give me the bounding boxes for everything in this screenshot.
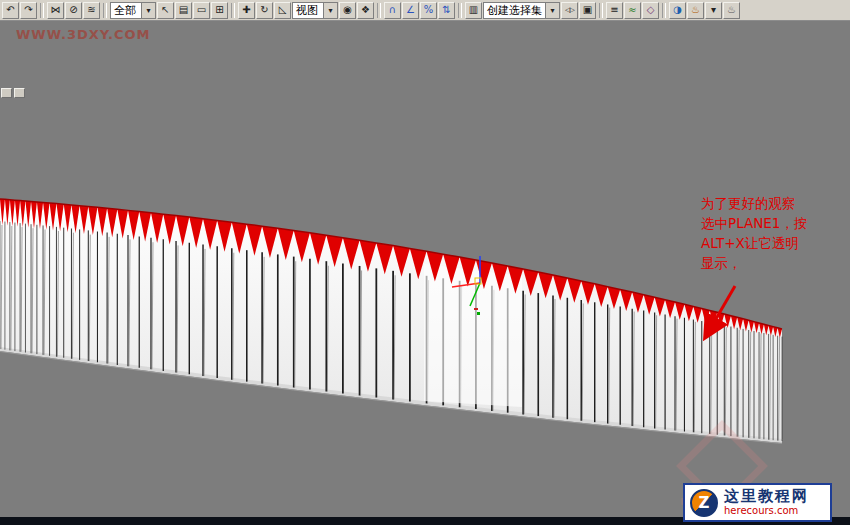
use-pivot-center-button[interactable]: ◉ bbox=[339, 2, 356, 19]
toolbar-separator bbox=[103, 3, 107, 18]
render-setup-button-icon: ♨ bbox=[691, 5, 700, 15]
select-and-manipulate-button-icon: ❖ bbox=[361, 5, 370, 15]
spinner-snap-button[interactable]: ⇅ bbox=[438, 2, 455, 19]
site-logo-text: 这里教程网 herecours.com bbox=[724, 488, 809, 517]
select-by-name-button-icon: ▤ bbox=[179, 5, 188, 15]
percent-snap-button-icon: % bbox=[424, 5, 434, 15]
reference-coordinate-combo[interactable]: 视图▾ bbox=[292, 2, 338, 19]
bind-to-space-warp-button-icon: ≋ bbox=[87, 5, 95, 15]
select-object-button-icon: ↖ bbox=[161, 5, 169, 15]
layer-manager-button[interactable]: ≡ bbox=[606, 2, 623, 19]
snap-toggle-3d-button-icon: ∩ bbox=[389, 5, 396, 15]
selection-filter-combo[interactable]: 全部▾ bbox=[110, 2, 156, 19]
site-logo-monogram: Z bbox=[699, 494, 710, 512]
angle-snap-button-icon: ∠ bbox=[406, 5, 415, 15]
site-name: 这里教程网 bbox=[724, 488, 809, 505]
undo-button-icon: ↶ bbox=[6, 5, 14, 15]
window-crossing-button[interactable]: ⊞ bbox=[211, 2, 228, 19]
select-object-button[interactable]: ↖ bbox=[157, 2, 174, 19]
render-type-button[interactable]: ▾ bbox=[705, 2, 722, 19]
toolbar-separator bbox=[599, 3, 603, 18]
toolbar-separator bbox=[458, 3, 462, 18]
rect-selection-region-button[interactable]: ▭ bbox=[193, 2, 210, 19]
toolbar-separator bbox=[231, 3, 235, 18]
snap-toggle-3d-button[interactable]: ∩ bbox=[384, 2, 401, 19]
align-button[interactable]: ▣ bbox=[579, 2, 596, 19]
edit-named-selection-button-icon: ▥ bbox=[469, 5, 478, 15]
docked-panel-handle[interactable] bbox=[1, 88, 25, 98]
use-pivot-center-button-icon: ◉ bbox=[343, 5, 352, 15]
select-and-rotate-button-icon: ↻ bbox=[260, 5, 268, 15]
material-editor-button[interactable]: ◑ bbox=[669, 2, 686, 19]
named-selection-combo[interactable]: 创建选择集▾ bbox=[483, 2, 560, 19]
site-url: herecours.com bbox=[724, 505, 809, 517]
redo-button-icon: ↷ bbox=[24, 5, 32, 15]
layer-manager-button-icon: ≡ bbox=[610, 5, 618, 15]
dropdown-arrow-icon[interactable]: ▾ bbox=[545, 3, 559, 18]
render-type-button-icon: ▾ bbox=[711, 5, 716, 15]
material-editor-button-icon: ◑ bbox=[673, 5, 682, 15]
window-crossing-button-icon: ⊞ bbox=[215, 5, 223, 15]
rect-selection-region-button-icon: ▭ bbox=[197, 5, 206, 15]
panel-handle-icon bbox=[14, 88, 25, 98]
select-and-manipulate-button[interactable]: ❖ bbox=[357, 2, 374, 19]
tutorial-annotation-text: 为了更好的观察 选中PLANE1，按 ALT+X让它透明 显示， bbox=[701, 193, 817, 273]
site-logo-icon: Z bbox=[690, 489, 718, 517]
panel-handle-icon bbox=[1, 88, 12, 98]
bind-to-space-warp-button[interactable]: ≋ bbox=[83, 2, 100, 19]
named-selection-combo-value: 创建选择集 bbox=[484, 3, 545, 18]
schematic-view-button-icon: ◇ bbox=[647, 5, 655, 15]
main-toolbar: ↶↷⋈⊘≋全部▾↖▤▭⊞✚↻◺视图▾◉❖∩∠%⇅▥创建选择集▾◁▷▣≡≈◇◑♨▾… bbox=[0, 0, 850, 21]
curve-editor-button[interactable]: ≈ bbox=[624, 2, 641, 19]
selection-filter-combo-value: 全部 bbox=[111, 3, 141, 18]
toolbar-separator bbox=[377, 3, 381, 18]
select-by-name-button[interactable]: ▤ bbox=[175, 2, 192, 19]
render-setup-button[interactable]: ♨ bbox=[687, 2, 704, 19]
site-watermark: WWW.3DXY.COM bbox=[16, 27, 150, 42]
curve-editor-button-icon: ≈ bbox=[628, 5, 636, 15]
edit-named-selection-button[interactable]: ▥ bbox=[465, 2, 482, 19]
quick-render-button-icon: ♨ bbox=[727, 5, 736, 15]
select-and-link-button-icon: ⋈ bbox=[51, 5, 61, 15]
undo-button[interactable]: ↶ bbox=[2, 2, 19, 19]
spinner-snap-button-icon: ⇅ bbox=[442, 5, 450, 15]
select-and-scale-button[interactable]: ◺ bbox=[274, 2, 291, 19]
mirror-button[interactable]: ◁▷ bbox=[561, 2, 578, 19]
mirror-button-icon: ◁▷ bbox=[565, 7, 574, 14]
dropdown-arrow-icon[interactable]: ▾ bbox=[323, 3, 337, 18]
select-and-rotate-button[interactable]: ↻ bbox=[256, 2, 273, 19]
schematic-view-button[interactable]: ◇ bbox=[642, 2, 659, 19]
select-and-move-button-icon: ✚ bbox=[242, 5, 250, 15]
reference-coordinate-combo-value: 视图 bbox=[293, 3, 323, 18]
unlink-selection-button-icon: ⊘ bbox=[69, 5, 77, 15]
angle-snap-button[interactable]: ∠ bbox=[402, 2, 419, 19]
toolbar-separator bbox=[40, 3, 44, 18]
site-logo-badge[interactable]: Z 这里教程网 herecours.com bbox=[683, 483, 832, 522]
select-and-scale-button-icon: ◺ bbox=[279, 5, 287, 15]
unlink-selection-button[interactable]: ⊘ bbox=[65, 2, 82, 19]
3dsmax-window: WWW.3DXY.COM 为了更好的观察 选中PLANE1，按 ALT+X让它透… bbox=[0, 0, 850, 525]
quick-render-button[interactable]: ♨ bbox=[723, 2, 740, 19]
dropdown-arrow-icon[interactable]: ▾ bbox=[141, 3, 155, 18]
toolbar-separator bbox=[662, 3, 666, 18]
select-and-move-button[interactable]: ✚ bbox=[238, 2, 255, 19]
select-and-link-button[interactable]: ⋈ bbox=[47, 2, 64, 19]
percent-snap-button[interactable]: % bbox=[420, 2, 437, 19]
redo-button[interactable]: ↷ bbox=[20, 2, 37, 19]
align-button-icon: ▣ bbox=[583, 5, 592, 15]
